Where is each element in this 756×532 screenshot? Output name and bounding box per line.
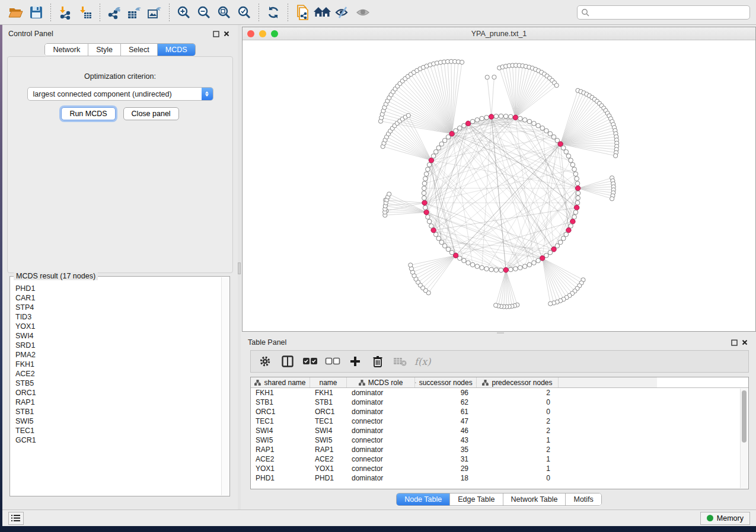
table-row[interactable]: RAP1RAP1dominator352 [251, 445, 748, 454]
column-header-predecessor-nodes[interactable]: predecessor nodes [477, 377, 559, 387]
tab-edge-table[interactable]: Edge Table [450, 493, 503, 505]
table-scrollbar[interactable] [740, 389, 748, 488]
network-graph[interactable] [243, 40, 755, 331]
table-row[interactable]: ACE2ACE2connector311 [251, 454, 748, 464]
select-all-icon[interactable] [302, 353, 318, 370]
open-file-icon[interactable] [6, 2, 26, 23]
clone-network-icon[interactable] [292, 2, 312, 23]
table-row[interactable]: SWI5SWI5connector431 [251, 435, 748, 445]
table-row[interactable]: ORC1ORC1dominator610 [251, 407, 748, 416]
mcds-result-item[interactable]: YOX1 [15, 322, 221, 331]
zoom-out-icon[interactable] [194, 2, 214, 23]
table-row[interactable]: SWI4SWI4dominator462 [251, 426, 748, 435]
table-row[interactable]: PHD1PHD1dominator180 [251, 473, 748, 483]
mcds-result-item[interactable]: STB5 [15, 379, 221, 388]
settings-gear-icon[interactable] [257, 353, 273, 370]
cell-shared-name: STB1 [251, 398, 310, 406]
cell-MCDS-role: dominator [347, 427, 415, 435]
delete-table-icon[interactable] [392, 353, 409, 370]
mcds-result-item[interactable]: STP4 [15, 303, 221, 312]
tab-motifs[interactable]: Motifs [566, 493, 601, 505]
refresh-icon[interactable] [263, 2, 283, 23]
network-canvas[interactable] [243, 40, 755, 331]
deselect-all-icon[interactable] [324, 353, 341, 370]
mcds-result-item[interactable]: SWI5 [15, 416, 221, 426]
zoom-fit-icon[interactable] [214, 2, 234, 23]
cell-successor-nodes: 35 [415, 446, 477, 454]
export-image-icon[interactable] [145, 2, 165, 23]
float-panel-icon[interactable] [210, 29, 221, 39]
run-mcds-button[interactable]: Run MCDS [61, 107, 115, 120]
tab-select[interactable]: Select [121, 44, 158, 56]
zoom-selected-icon[interactable] [234, 2, 254, 23]
cell-shared-name: YOX1 [251, 464, 310, 473]
save-session-icon[interactable] [26, 2, 46, 23]
cell-predecessor-nodes: 0 [477, 408, 559, 416]
table-row[interactable]: TEC1TEC1connector472 [251, 416, 748, 426]
cell-MCDS-role: dominator [347, 446, 415, 454]
toolbar-separator [100, 4, 100, 21]
tab-node-table[interactable]: Node Table [397, 493, 450, 505]
tab-mcds[interactable]: MCDS [158, 44, 195, 56]
export-table-icon[interactable] [125, 2, 145, 23]
mcds-result-item[interactable]: PHD1 [15, 284, 221, 293]
toolbar-separator [169, 4, 170, 21]
mcds-result-item[interactable]: ACE2 [15, 369, 221, 379]
table-row[interactable]: STB1STB1dominator620 [251, 398, 748, 407]
home-icon[interactable] [312, 2, 333, 23]
columns-icon[interactable] [279, 353, 296, 370]
mcds-result-item[interactable]: GCR1 [15, 435, 221, 445]
cell-successor-nodes: 62 [415, 398, 477, 406]
table-row[interactable]: FKH1FKH1dominator962 [251, 388, 748, 398]
tab-network-table[interactable]: Network Table [503, 493, 566, 505]
mcds-result-item[interactable]: PMA2 [15, 350, 221, 360]
delete-column-icon[interactable] [369, 353, 386, 370]
tab-style[interactable]: Style [88, 44, 121, 56]
show-all-icon[interactable] [353, 2, 373, 23]
criterion-dropdown[interactable]: largest connected component (undirected) [27, 87, 213, 101]
float-table-panel-icon[interactable] [729, 338, 739, 347]
tab-network[interactable]: Network [45, 44, 88, 56]
search-input[interactable] [589, 8, 746, 17]
mcds-result-item[interactable]: TID3 [15, 312, 221, 322]
close-panel-icon[interactable] [221, 29, 232, 39]
memory-button[interactable]: Memory [700, 512, 750, 525]
search-field [577, 5, 750, 20]
cell-predecessor-nodes: 0 [477, 398, 559, 406]
close-table-panel-icon[interactable] [739, 338, 750, 347]
cell-successor-nodes: 61 [415, 408, 477, 416]
column-header-MCDS-role[interactable]: MCDS role [347, 377, 415, 387]
add-column-icon[interactable] [347, 353, 363, 370]
close-panel-button[interactable]: Close panel [123, 107, 179, 120]
table-panel: Table Panel f(x) shared namenameMCDS rol… [242, 334, 756, 509]
mcds-result-item[interactable]: RAP1 [15, 398, 221, 407]
import-table-icon[interactable] [75, 2, 95, 23]
mcds-result-item[interactable]: SRD1 [15, 341, 221, 350]
table-tabs: Node TableEdge TableNetwork TableMotifs [242, 493, 756, 506]
control-panel-title: Control Panel [8, 30, 53, 38]
mcds-result-item[interactable]: ORC1 [15, 388, 221, 398]
memory-label: Memory [717, 514, 744, 523]
import-network-icon[interactable] [55, 2, 75, 23]
column-header-shared-name[interactable]: shared name [251, 377, 310, 387]
zoom-in-icon[interactable] [174, 2, 194, 23]
column-header-name[interactable]: name [310, 377, 347, 387]
cell-MCDS-role: connector [347, 436, 415, 444]
mcds-result-item[interactable]: CAR1 [15, 293, 221, 303]
cell-shared-name: PHD1 [251, 474, 310, 482]
node-table: shared namenameMCDS rolesuccessor nodesp… [250, 377, 749, 489]
task-history-icon[interactable] [8, 512, 24, 525]
mcds-result-item[interactable]: SWI4 [15, 331, 221, 341]
column-header-successor-nodes[interactable]: successor nodes [415, 377, 477, 387]
mcds-result-item[interactable]: TEC1 [15, 426, 221, 435]
export-network-icon[interactable] [104, 2, 125, 23]
cell-name: SWI5 [310, 436, 347, 444]
mcds-panel: Optimization criterion: largest connecte… [7, 56, 233, 273]
hide-selected-icon[interactable] [333, 2, 353, 23]
mcds-result-title: MCDS result (17 nodes) [14, 272, 98, 280]
mcds-list-scrollbar[interactable] [221, 277, 229, 495]
table-scrollbar-thumb[interactable] [742, 390, 747, 443]
table-row[interactable]: YOX1YOX1connector291 [251, 464, 748, 473]
mcds-result-item[interactable]: FKH1 [15, 360, 221, 369]
mcds-result-item[interactable]: STB1 [15, 407, 221, 416]
